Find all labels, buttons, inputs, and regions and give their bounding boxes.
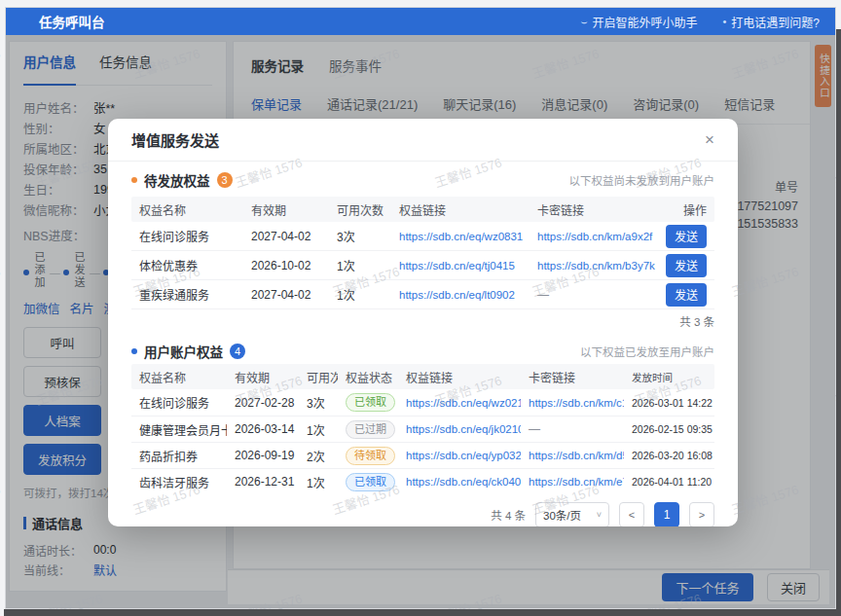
smart-assistant-toggle[interactable]: ⌣ 开启智能外呼小助手 xyxy=(580,14,697,30)
card-key-link-cell: https://sdb.cn/km/b3y7k xyxy=(530,259,658,272)
table-row: 齿科洁牙服务2026-12-311次已领取https://sdb.cn/eq/c… xyxy=(131,468,714,494)
page-size-select[interactable]: 30条/页 ˅ xyxy=(535,502,609,526)
benefit-name: 在线问诊服务 xyxy=(131,394,227,411)
call-help-link[interactable]: • 打电话遇到问题? xyxy=(722,14,820,30)
help-dot-icon: • xyxy=(722,16,726,27)
column-header: 可用次数 xyxy=(299,369,338,385)
benefit-link-cell: https://sdb.cn/eq/yp0320 xyxy=(398,449,521,462)
account-benefits-header: 用户账户权益 4 以下权益已发放至用户账户 xyxy=(131,339,714,364)
benefit-link[interactable]: https://sdb.cn/eq/ck0401 xyxy=(406,476,521,488)
account-benefits-table: 权益名称有效期可用次数权益状态权益链接卡密链接发放时间 在线问诊服务2027-0… xyxy=(131,364,714,494)
status-cell: 已领取 xyxy=(338,473,398,491)
column-header: 权益名称 xyxy=(131,369,227,385)
benefit-name: 重疾绿通服务 xyxy=(131,286,243,303)
table-header-row: 权益名称有效期可用次数权益链接卡密链接操作 xyxy=(131,197,714,222)
window-shadow-bottom xyxy=(4,609,841,616)
column-header: 有效期 xyxy=(243,201,329,218)
status-cell: 已过期 xyxy=(338,420,398,439)
usable-times: 1次 xyxy=(329,286,391,303)
column-header: 权益链接 xyxy=(391,201,530,218)
usable-times: 1次 xyxy=(299,474,338,490)
benefit-name: 在线问诊服务 xyxy=(131,228,243,244)
column-header: 权益名称 xyxy=(131,201,243,218)
status-badge: 已过期 xyxy=(346,420,395,439)
benefit-link[interactable]: https://sdb.cn/eq/wz0831 xyxy=(399,231,523,242)
pagination: 共 4 条 30条/页 ˅ < 1 > xyxy=(131,494,714,526)
action-cell: 发送 xyxy=(658,254,714,277)
column-header: 权益链接 xyxy=(398,369,521,385)
table-header-row: 权益名称有效期可用次数权益状态权益链接卡密链接发放时间 xyxy=(131,364,714,389)
pending-benefits-header: 待发放权益 3 以下权益尚未发放到用户账户 xyxy=(131,167,714,193)
window-shadow-right xyxy=(836,29,841,616)
benefit-link-cell: https://sdb.cn/eq/jk0210 xyxy=(398,422,521,436)
close-icon[interactable]: × xyxy=(705,131,714,148)
column-header: 权益状态 xyxy=(338,369,398,385)
card-key-link-cell: https://sdb.cn/km/a9x2f xyxy=(530,230,658,243)
expiry-date: 2026-03-14 xyxy=(227,422,299,436)
table-row: 重疾绿通服务2027-04-021次https://sdb.cn/eq/lt09… xyxy=(131,280,714,309)
benefit-link-cell: https://sdb.cn/eq/wz0215 xyxy=(398,396,521,410)
table-row: 体检优惠券2026-10-021次https://sdb.cn/eq/tj041… xyxy=(131,251,714,280)
page-title: 任务呼叫台 xyxy=(39,12,105,31)
usable-times: 1次 xyxy=(329,257,391,273)
benefit-link[interactable]: https://sdb.cn/eq/lt0902 xyxy=(399,289,515,301)
benefit-link[interactable]: https://sdb.cn/eq/yp0320 xyxy=(406,450,521,461)
column-header: 发放时间 xyxy=(624,370,714,384)
expiry-date: 2026-10-02 xyxy=(243,259,329,272)
card-key-link-cell: — xyxy=(530,288,658,302)
status-cell: 待领取 xyxy=(338,447,398,465)
expiry-date: 2027-04-02 xyxy=(243,288,329,302)
expiry-date: 2027-04-02 xyxy=(243,230,329,243)
usable-times: 2次 xyxy=(299,448,338,464)
benefit-name: 齿科洁牙服务 xyxy=(131,474,227,490)
page-size-value: 30条/页 xyxy=(543,507,581,523)
action-cell: 发送 xyxy=(658,225,714,248)
usable-times: 3次 xyxy=(299,394,338,411)
expiry-date: 2026-12-31 xyxy=(227,475,299,489)
empty-value: — xyxy=(529,422,540,436)
send-button[interactable]: 发送 xyxy=(666,225,707,248)
card-key-link[interactable]: https://sdb.cn/km/b3y7k xyxy=(537,260,655,272)
send-button[interactable]: 发送 xyxy=(666,254,707,277)
card-key-link[interactable]: https://sdb.cn/km/c1m8p xyxy=(529,397,624,409)
column-header: 操作 xyxy=(658,201,714,218)
table-row: 在线问诊服务2027-04-023次https://sdb.cn/eq/wz08… xyxy=(131,222,714,251)
benefit-link[interactable]: https://sdb.cn/eq/jk0210 xyxy=(406,423,521,435)
card-key-link-cell: https://sdb.cn/km/c1m8p xyxy=(521,396,624,410)
account-hint: 以下权益已发放至用户账户 xyxy=(580,344,714,359)
pagination-total: 共 4 条 xyxy=(491,507,526,523)
usable-times: 3次 xyxy=(329,228,391,244)
next-page-button[interactable]: > xyxy=(689,502,714,526)
empty-value: — xyxy=(537,288,549,302)
chevron-down-icon: ˅ xyxy=(597,510,602,520)
watermark-text: 王馨怡 1576 xyxy=(0,261,3,300)
status-badge: 已领取 xyxy=(346,473,395,491)
assistant-label: 开启智能外呼小助手 xyxy=(592,14,697,30)
column-header: 卡密链接 xyxy=(530,201,658,218)
benefit-link-cell: https://sdb.cn/eq/tj0415 xyxy=(391,259,530,272)
watermark-text: 王馨怡 1576 xyxy=(0,479,3,518)
account-benefits-title: 用户账户权益 xyxy=(144,342,223,361)
usable-times: 1次 xyxy=(299,421,338,438)
benefit-link[interactable]: https://sdb.cn/eq/wz0215 xyxy=(406,397,521,409)
table-row: 健康管理会员月卡2026-03-141次已过期https://sdb.cn/eq… xyxy=(131,416,714,442)
grant-time: 2026-03-01 14:22 xyxy=(624,397,714,409)
benefit-link-cell: https://sdb.cn/eq/lt0902 xyxy=(391,288,530,302)
grant-time: 2026-03-20 16:08 xyxy=(624,450,714,461)
card-key-link[interactable]: https://sdb.cn/km/d5n2q xyxy=(529,450,624,461)
prev-page-button[interactable]: < xyxy=(619,502,644,526)
blue-dot-icon xyxy=(131,348,137,354)
column-header: 可用次数 xyxy=(329,201,391,218)
benefit-link-cell: https://sdb.cn/eq/wz0831 xyxy=(391,230,530,243)
expiry-date: 2027-02-28 xyxy=(227,396,299,410)
help-label: 打电话遇到问题? xyxy=(731,14,820,30)
pending-total: 共 3 条 xyxy=(131,309,714,333)
expiry-date: 2026-09-19 xyxy=(227,449,299,462)
screen-frame: 任务呼叫台 ⌣ 开启智能外呼小助手 • 打电话遇到问题? 用户信息 任务信息 用… xyxy=(0,0,841,616)
page-1-button[interactable]: 1 xyxy=(654,502,679,526)
card-key-link[interactable]: https://sdb.cn/km/a9x2f xyxy=(537,231,652,242)
modal-title: 增值服务发送 xyxy=(131,129,219,150)
benefit-link[interactable]: https://sdb.cn/eq/tj0415 xyxy=(399,260,515,272)
card-key-link[interactable]: https://sdb.cn/km/e7r4s xyxy=(529,476,624,488)
send-button[interactable]: 发送 xyxy=(666,283,707,307)
